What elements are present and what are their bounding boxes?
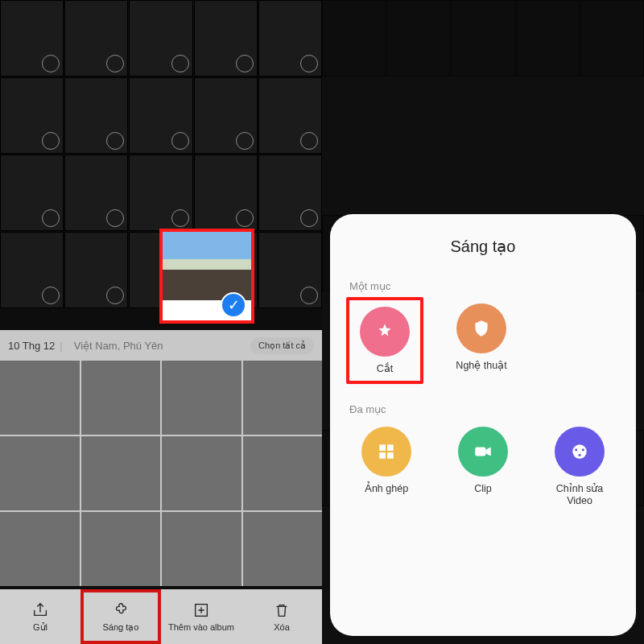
selected-thumb-highlight: ✓ [159,229,254,324]
add-album-button[interactable]: Thêm vào album [161,589,242,644]
svg-rect-3 [379,452,386,459]
thumb-grid-lower [0,361,322,586]
thumb[interactable] [258,0,322,76]
thumb[interactable] [0,232,64,308]
thumb[interactable] [243,512,323,586]
thumb[interactable] [194,155,258,231]
section-multi-label: Đa mục [349,403,617,415]
create-label: Sáng tạo [103,622,139,633]
thumb[interactable] [129,155,192,231]
thumb[interactable] [162,436,242,510]
thumb[interactable] [81,512,161,586]
svg-rect-2 [387,444,394,451]
shield-icon [456,303,506,353]
option-clip-label: Clip [474,483,492,496]
share-icon [31,601,49,619]
svg-point-6 [572,444,586,458]
thumb[interactable] [64,155,128,231]
thumb[interactable] [162,512,242,586]
option-cut-label: Cắt [377,363,394,376]
thumb[interactable] [129,77,192,154]
svg-point-7 [575,448,577,451]
grid-icon [361,427,411,477]
thumb[interactable] [0,0,64,76]
thumb[interactable] [64,0,128,76]
svg-rect-4 [387,452,394,459]
flower-icon [112,601,130,619]
create-bottom-sheet: Sáng tạo Một mục Cắt Nghệ thuật Đa mục [330,214,636,636]
send-label: Gửi [33,622,47,633]
thumb[interactable] [243,436,323,510]
select-all-button[interactable]: Chọn tất cả [250,337,314,354]
option-video-edit[interactable]: Chỉnh sửa Video [543,427,617,508]
location-text: Việt Nam, Phú Yên [74,340,163,352]
option-cut[interactable]: Cắt [346,297,423,384]
option-art-label: Nghệ thuật [456,360,506,373]
option-clip[interactable]: Clip [446,427,520,508]
thumb[interactable] [129,0,192,76]
create-button[interactable]: Sáng tạo [80,589,161,644]
checkmark-icon: ✓ [221,292,246,318]
svg-rect-5 [475,447,485,456]
thumb[interactable] [243,361,323,435]
thumb[interactable] [64,232,128,308]
video-icon [458,427,508,477]
thumb[interactable] [194,0,258,76]
thumb[interactable] [0,361,80,435]
thumb[interactable] [64,77,128,154]
option-art[interactable]: Nghệ thuật [443,303,520,379]
thumb[interactable] [194,77,258,154]
svg-point-9 [578,453,580,456]
add-album-label: Thêm vào album [168,622,234,632]
phone-right-create-sheet: Sáng tạo Một mục Cắt Nghệ thuật Đa mục [322,0,644,644]
film-icon [555,427,605,477]
thumb[interactable] [0,155,64,231]
thumb[interactable] [0,436,80,510]
sheet-title: Sáng tạo [349,237,617,256]
thumb[interactable] [258,77,322,154]
date-text: 10 Thg 12 [8,340,55,352]
thumb[interactable] [162,361,242,435]
option-video-edit-label: Chỉnh sửa Video [543,483,617,508]
bottom-toolbar: Gửi Sáng tạo Thêm vào album Xóa [0,589,322,644]
thumb[interactable] [81,436,161,510]
star-icon [360,307,410,357]
thumb[interactable] [258,155,322,231]
thumb[interactable] [0,77,64,154]
thumb[interactable] [0,512,80,586]
thumb[interactable] [81,361,161,435]
phone-left-gallery: ✓ 10 Thg 12 | Việt Nam, Phú Yên Chọn tất… [0,0,322,644]
date-header: 10 Thg 12 | Việt Nam, Phú Yên Chọn tất c… [0,330,322,361]
plus-square-icon [192,601,210,619]
delete-button[interactable]: Xóa [242,589,322,644]
delete-label: Xóa [274,622,290,632]
send-button[interactable]: Gửi [0,589,80,644]
option-collage[interactable]: Ảnh ghép [349,427,423,508]
svg-rect-1 [379,444,386,451]
section-single-label: Một mục [349,280,617,292]
trash-icon [273,601,291,619]
option-collage-label: Ảnh ghép [365,483,408,496]
thumb[interactable] [258,232,322,308]
selected-thumb[interactable]: ✓ [163,232,251,300]
svg-point-8 [582,448,584,451]
